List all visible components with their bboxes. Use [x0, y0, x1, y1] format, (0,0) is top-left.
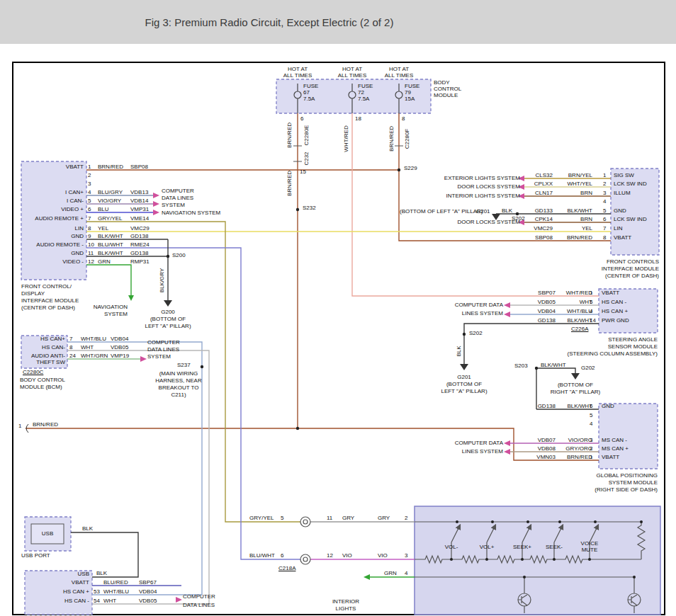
- splice-label: S229: [404, 165, 417, 171]
- wire-color: GRN: [384, 570, 397, 576]
- ground-label: G200: [134, 309, 202, 315]
- fuse-number: 72: [358, 89, 364, 96]
- hot-label: HOT AT: [280, 66, 315, 72]
- module-caption: (STEERING COLUMN ASSEMBLY): [546, 350, 658, 357]
- module-caption: FRONT CONTROLS: [565, 258, 659, 265]
- module-caption: FRONT CONTROL/: [21, 283, 72, 290]
- module-caption: (RIGHT SIDE OF DASH): [546, 486, 658, 493]
- system-label: INTERIOR LIGHTS SYSTEM: [425, 193, 520, 199]
- splice-label: S232: [303, 205, 316, 211]
- pin-number: 6: [300, 115, 303, 122]
- system-label: INTERIOR: [325, 598, 367, 605]
- splice-label: S200: [172, 252, 186, 258]
- media-hub-box: [25, 571, 92, 615]
- module-caption: DISPLAY: [21, 290, 45, 297]
- wire-color: BLK/GRY: [159, 268, 165, 293]
- wire-color: BLU/WHT: [249, 552, 275, 559]
- wire-color: VIO: [342, 552, 352, 559]
- usb-connector-label: USB: [31, 530, 64, 537]
- hot-label: HOT AT: [334, 66, 370, 72]
- button-label: MUTE: [574, 547, 605, 553]
- module-caption: MODULE (BCM): [20, 384, 62, 390]
- hot-label: ALL TIMES: [334, 72, 370, 79]
- steering-angle-sensor-box: [599, 289, 658, 333]
- front-controls-module-box: [611, 169, 659, 255]
- button-label: VOICE: [574, 540, 605, 547]
- system-label: DATA LINES: [183, 602, 215, 608]
- hot-label: ALL TIMES: [280, 72, 315, 79]
- fuse-label: FUSE: [405, 83, 419, 89]
- splice-label: S237: [177, 362, 191, 368]
- wire-color: BRN/RED: [388, 126, 395, 152]
- system-label: LINES SYSTEM: [425, 310, 503, 316]
- module-caption: INTERFACE MODULE: [21, 297, 79, 304]
- wire-color: BRN/RED: [286, 171, 293, 196]
- module-caption: (CENTER OF DASH): [21, 304, 75, 311]
- wiring-diagram-page: Fig 3: Premium Radio Circuit, Except Ele…: [0, 0, 676, 616]
- system-label: COMPUTER DATA: [425, 302, 503, 308]
- pin-number: 15: [300, 169, 306, 175]
- splice-description: HARNESS, NEAR: [146, 377, 211, 384]
- wire-color: BLK: [502, 207, 512, 214]
- module-caption: MODULE: [434, 92, 458, 98]
- wire-color: BRN/RED: [33, 421, 58, 428]
- ground-label: G201: [476, 208, 490, 215]
- module-caption: SYSTEM MODULE: [546, 479, 658, 486]
- system-label: SYSTEM: [82, 311, 128, 317]
- button-label: VOL-: [436, 544, 467, 550]
- connector-id: C2280F: [404, 129, 410, 149]
- hot-label: ALL TIMES: [381, 72, 417, 79]
- ground-label: G202: [581, 365, 595, 371]
- module-caption: BODY CONTROL: [20, 377, 65, 383]
- system-label: COMPUTER: [162, 188, 194, 194]
- module-caption: BODY: [434, 79, 450, 86]
- fuse-rating: 15A: [405, 96, 415, 102]
- wire-color: BLK/WHT: [541, 362, 566, 368]
- fuse-label: FUSE: [303, 83, 318, 89]
- splice-label: S202: [512, 215, 525, 222]
- wire-color: GRY: [378, 515, 390, 521]
- pin-number: 3: [405, 552, 407, 559]
- button-label: VOL+: [471, 544, 502, 550]
- module-caption: (CENTER OF DASH): [565, 273, 659, 279]
- module-caption: SENSOR MODULE: [546, 343, 658, 350]
- module-caption: USB PORT: [21, 552, 50, 559]
- system-label: DATA LINES: [147, 346, 179, 353]
- connector-id: C218A: [278, 565, 295, 571]
- splice-label: S202: [469, 330, 483, 336]
- system-label: SYSTEM: [162, 202, 185, 208]
- module-caption: GLOBAL POSITIONING: [546, 472, 658, 479]
- module-caption: CONTROL: [434, 86, 461, 92]
- system-label: LIGHTS: [325, 605, 367, 612]
- ground-label: G201: [430, 374, 498, 380]
- pin-number: 2: [405, 515, 407, 521]
- ground-location: (BOTTOM OF: [430, 381, 498, 387]
- splice-label: S203: [514, 363, 528, 369]
- wire-color: BLK: [96, 570, 107, 576]
- system-label: COMPUTER: [183, 593, 215, 600]
- splice-description: C211): [146, 392, 211, 398]
- wire-color: BLK: [456, 346, 462, 356]
- connector-id: C2280C: [23, 369, 43, 375]
- offpage-pin: 1: [18, 423, 21, 429]
- connector-id: C232: [303, 152, 310, 165]
- system-label: COMPUTER: [147, 339, 180, 346]
- splice-description: (MAIN WIRING: [146, 370, 211, 377]
- pin-number: 12: [327, 552, 333, 559]
- wire-color: BRN/RED: [286, 122, 293, 148]
- button-label: SEEK+: [507, 544, 538, 550]
- system-label: EXTERIOR LIGHTS SYSTEM: [425, 175, 520, 181]
- ground-location: (BOTTOM OF: [541, 382, 609, 388]
- wire-color: WHT/RED: [343, 125, 349, 152]
- bcm-pin-label: THEFT SW: [20, 359, 65, 365]
- pin-number: 4: [405, 570, 407, 576]
- fuse-number: 67: [303, 89, 310, 96]
- module-caption: STEERING ANGLE: [546, 336, 658, 343]
- system-label: DATA LINES: [162, 195, 193, 201]
- wire-color: BLK: [82, 525, 93, 532]
- system-label: DOOR LOCKS SYSTEM: [425, 219, 520, 225]
- fuse-number: 79: [405, 89, 411, 96]
- wire-color: GRY: [342, 515, 354, 521]
- ground-location: RIGHT "A" PILLAR): [541, 389, 609, 395]
- pin-number: 5: [281, 515, 283, 521]
